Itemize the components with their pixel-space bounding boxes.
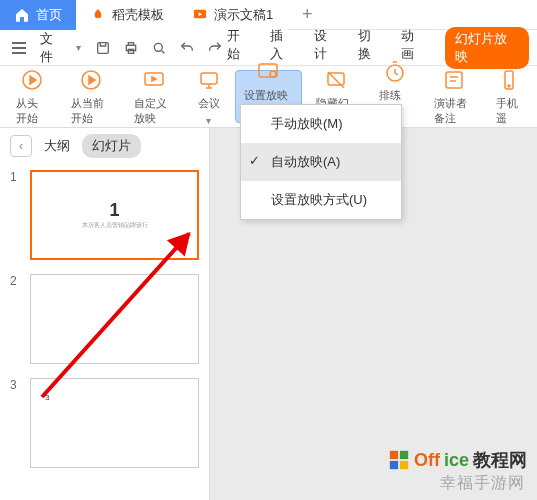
ribbon-presenter-notes-label: 演讲者备注 (434, 96, 475, 126)
timer-icon (383, 60, 407, 84)
settings-show-icon (256, 60, 280, 84)
svg-rect-9 (201, 73, 217, 84)
play-current-icon (79, 68, 103, 92)
svg-point-16 (508, 85, 510, 87)
play-start-icon (20, 68, 44, 92)
tab-presentation-label: 演示文稿1 (214, 6, 273, 24)
svg-rect-3 (128, 42, 133, 45)
tab-presentation[interactable]: 演示文稿1 (178, 0, 287, 30)
ribbon-from-current-label: 从当前开始 (71, 96, 112, 126)
dropdown-show-settings[interactable]: 设置放映方式(U) (241, 181, 401, 219)
slide-thumbnail-1[interactable]: 1本店客人员营销品牌设行 (30, 170, 199, 260)
ribbon-custom-show[interactable]: 自定义放映 (126, 70, 183, 123)
quick-toolbar (95, 40, 223, 56)
thumb-subtitle: 本店客人员营销品牌设行 (82, 221, 148, 230)
menu-start[interactable]: 开始 (227, 27, 253, 69)
ribbon-meeting-label: 会议 (198, 96, 220, 111)
thumb-title: 3 (45, 393, 49, 402)
ribbon-presenter-notes[interactable]: 演讲者备注 (426, 70, 483, 123)
ribbon-phone-remote[interactable]: 手机遥 (488, 70, 529, 123)
slide-number: 3 (10, 378, 22, 468)
svg-rect-17 (390, 451, 398, 459)
slide-number: 2 (10, 274, 22, 364)
svg-rect-19 (390, 461, 398, 469)
ribbon-from-start-label: 从头开始 (16, 96, 49, 126)
svg-rect-18 (400, 451, 408, 459)
home-icon (14, 7, 30, 23)
ribbon-from-current[interactable]: 从当前开始 (63, 70, 120, 123)
tab-templates[interactable]: 稻壳模板 (76, 0, 178, 30)
brand-icon (388, 449, 410, 471)
dropdown-auto-show[interactable]: ✓自动放映(A) (241, 143, 401, 181)
outline-tab[interactable]: 大纲 (44, 137, 70, 155)
svg-rect-20 (400, 461, 408, 469)
undo-icon[interactable] (179, 40, 195, 56)
menu-transition[interactable]: 切换 (358, 27, 384, 69)
svg-rect-1 (97, 42, 108, 53)
ribbon-meeting[interactable]: 会议 ▾ (189, 70, 229, 123)
hamburger-icon[interactable] (8, 38, 30, 58)
notes-icon (442, 68, 466, 92)
slide-row: 2 (10, 274, 199, 364)
tab-add-button[interactable]: + (287, 4, 327, 25)
thumbnail-header: ‹ 大纲 幻灯片 (0, 128, 209, 164)
watermark: 幸福手游网 (440, 473, 525, 494)
slide-number: 1 (10, 170, 22, 260)
ribbon-phone-remote-label: 手机遥 (496, 96, 521, 126)
document-tabbar: 首页 稻壳模板 演示文稿1 + (0, 0, 537, 30)
hide-slide-icon (324, 68, 348, 92)
phone-icon (497, 68, 521, 92)
check-icon: ✓ (249, 153, 260, 168)
brand-logo: Office教程网 (388, 448, 527, 472)
custom-show-icon (142, 68, 166, 92)
show-mode-dropdown: 手动放映(M) ✓自动放映(A) 设置放映方式(U) (240, 104, 402, 220)
svg-point-5 (154, 43, 162, 51)
thumb-title: 1 (82, 200, 148, 221)
chevron-down-icon: ▾ (206, 115, 211, 126)
slide-thumbnail-3[interactable]: 3 (30, 378, 199, 468)
thumbnail-list[interactable]: 1 1本店客人员营销品牌设行 2 3 3 (0, 164, 209, 500)
menu-slideshow[interactable]: 幻灯片放映 (445, 27, 529, 69)
flame-icon (90, 7, 106, 23)
redo-icon[interactable] (207, 40, 223, 56)
ribbon-from-start[interactable]: 从头开始 (8, 70, 57, 123)
tab-home[interactable]: 首页 (0, 0, 76, 30)
meeting-icon (197, 68, 221, 92)
dropdown-manual-show[interactable]: 手动放映(M) (241, 105, 401, 143)
presentation-icon (192, 7, 208, 23)
slide-row: 3 3 (10, 378, 199, 468)
thumbnail-panel: ‹ 大纲 幻灯片 1 1本店客人员营销品牌设行 2 3 3 (0, 128, 210, 500)
slide-thumbnail-2[interactable] (30, 274, 199, 364)
slide-row: 1 1本店客人员营销品牌设行 (10, 170, 199, 260)
svg-rect-14 (446, 72, 462, 88)
save-icon[interactable] (95, 40, 111, 56)
preview-icon[interactable] (151, 40, 167, 56)
print-icon[interactable] (123, 40, 139, 56)
chevron-down-icon: ▾ (76, 42, 81, 53)
menu-design[interactable]: 设计 (314, 27, 340, 69)
tab-home-label: 首页 (36, 6, 62, 24)
file-menu[interactable]: 文件 (40, 30, 66, 66)
ribbon-custom-show-label: 自定义放映 (134, 96, 175, 126)
back-button[interactable]: ‹ (10, 135, 32, 157)
slides-tab[interactable]: 幻灯片 (82, 134, 141, 158)
tab-templates-label: 稻壳模板 (112, 6, 164, 24)
